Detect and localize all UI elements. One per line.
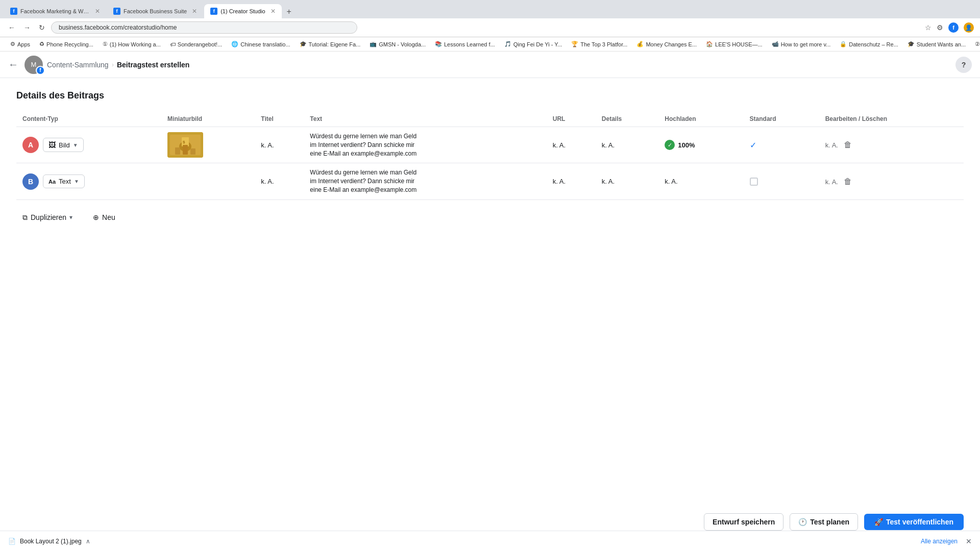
footer-actions: Entwurf speichern 🕐 Test planen 🚀 Test v… bbox=[704, 513, 964, 531]
row-b-standard-checkbox[interactable] bbox=[750, 178, 758, 186]
bookmark-tutorial[interactable]: 🎓 Tutorial: Eigene Fa... bbox=[296, 39, 365, 49]
row-a-check-mark[interactable]: ✓ bbox=[750, 141, 756, 149]
breadcrumb: Content-Sammlung › Beitragstest erstelle… bbox=[47, 61, 189, 69]
row-a-thumbnail-cell: $ bbox=[161, 127, 255, 163]
row-a-type-label: Bild bbox=[59, 141, 70, 149]
bookmark-top3[interactable]: 🏆 The Top 3 Platfor... bbox=[567, 39, 631, 49]
row-a-url-cell: k. A. bbox=[547, 127, 596, 163]
new-button[interactable]: ⊕ Neu bbox=[87, 210, 121, 224]
tab-title-3: (1) Creator Studio bbox=[220, 8, 265, 14]
row-b-thumbnail-cell bbox=[161, 163, 255, 199]
duplicate-dropdown-arrow[interactable]: ▾ bbox=[69, 214, 72, 221]
download-bar: 📄 Book Layout 2 (1).jpeg ∧ Alle anzeigen… bbox=[0, 531, 980, 536]
row-a-check-circle: ✓ bbox=[665, 140, 675, 150]
duplicate-icon: ⧉ bbox=[22, 213, 28, 222]
fb-badge-icon: f bbox=[36, 66, 45, 75]
bookmark-lessons[interactable]: 📚 Lessons Learned f... bbox=[431, 39, 499, 49]
row-b-url-cell: k. A. bbox=[547, 163, 596, 199]
new-tab-button[interactable]: + bbox=[283, 5, 296, 18]
svg-rect-6 bbox=[183, 145, 188, 155]
browser-icons: ☆ ⚙ f 👤 bbox=[925, 22, 974, 33]
table-row: B Aa Text ▼ k. A. Würdest du g bbox=[16, 163, 964, 199]
row-a-actions-cell: k. A. 🗑 bbox=[819, 127, 964, 163]
forward-nav-button[interactable]: → bbox=[21, 22, 33, 33]
row-a-edit-na: k. A. bbox=[825, 141, 838, 149]
tab-title-1: Facebook Marketing & Werb... bbox=[20, 8, 90, 14]
bookmark-phone[interactable]: ♻ Phone Recycling... bbox=[35, 39, 97, 49]
bookmark-2-add[interactable]: ② (2) How To Add A... bbox=[971, 39, 980, 49]
tab-fb-business[interactable]: f Facebook Business Suite ✕ bbox=[107, 4, 203, 18]
row-b-text-cell: Würdest du gerne lernen wie man Geld im … bbox=[304, 163, 546, 199]
breadcrumb-collection: Content-Sammlung bbox=[47, 61, 109, 69]
tab-close-2[interactable]: ✕ bbox=[192, 8, 197, 15]
test-button[interactable]: 🕐 Test planen bbox=[790, 513, 858, 531]
row-a-standard-cell: ✓ bbox=[744, 127, 819, 163]
draft-button[interactable]: Entwurf speichern bbox=[704, 513, 783, 531]
row-a-type-cell-inner: A 🖼 Bild ▼ bbox=[22, 137, 155, 153]
row-a-text-content: Würdest du gerne lernen wie man Geld im … bbox=[310, 132, 422, 158]
back-nav-button[interactable]: ← bbox=[6, 22, 17, 33]
row-a-title-cell: k. A. bbox=[255, 127, 304, 163]
fb-profile-icon[interactable]: f bbox=[948, 22, 959, 33]
duplicate-button[interactable]: ⧉ Duplizieren ▾ bbox=[16, 210, 79, 225]
tab-favicon-3: f bbox=[210, 8, 217, 15]
bookmark-student[interactable]: 🎓 Student Wants an... bbox=[903, 39, 970, 49]
bookmark-qing[interactable]: 🎵 Qing Fei De Yi - Y... bbox=[500, 39, 567, 49]
row-b-content-type-cell: B Aa Text ▼ bbox=[16, 163, 161, 199]
tab-close-3[interactable]: ✕ bbox=[271, 8, 276, 15]
new-label: Neu bbox=[102, 213, 115, 221]
test-label: Test planen bbox=[810, 518, 849, 526]
tab-creator-studio[interactable]: f (1) Creator Studio ✕ bbox=[204, 4, 281, 18]
col-content-type: Content-Typ bbox=[16, 111, 161, 127]
reload-nav-button[interactable]: ↻ bbox=[37, 22, 47, 33]
logo-area: M f bbox=[24, 56, 43, 74]
row-b-dropdown-arrow: ▼ bbox=[74, 179, 79, 184]
bookmark-working[interactable]: ① (1) How Working a... bbox=[99, 39, 165, 49]
row-a-details-cell: k. A. bbox=[596, 127, 658, 163]
bookmark-money[interactable]: 💰 Money Changes E... bbox=[632, 39, 701, 49]
bookmark-lees[interactable]: 🏠 LEE'S HOUSE—... bbox=[702, 39, 767, 49]
row-b-upload-cell: k. A. bbox=[658, 163, 743, 199]
row-b-standard-cell bbox=[744, 163, 819, 199]
address-bar[interactable]: business.facebook.com/creatorstudio/home bbox=[51, 21, 357, 34]
publish-button[interactable]: 🚀 Test veröffentlichen bbox=[864, 514, 964, 530]
bookmark-gmsn[interactable]: 📺 GMSN - Vologda... bbox=[365, 39, 430, 49]
bookmark-star-icon[interactable]: ☆ bbox=[925, 23, 932, 32]
main-content: Details des Beitrags Content-Typ Miniatu… bbox=[0, 78, 980, 237]
col-title: Titel bbox=[255, 111, 304, 127]
row-b-type-cell-inner: B Aa Text ▼ bbox=[22, 173, 155, 190]
row-b-type-label: Text bbox=[59, 178, 71, 185]
row-a-content-type-select[interactable]: 🖼 Bild ▼ bbox=[43, 138, 84, 152]
row-a-upload-status: ✓ 100% bbox=[665, 140, 737, 150]
row-b-delete-button[interactable]: 🗑 bbox=[844, 177, 852, 186]
address-bar-row: ← → ↻ business.facebook.com/creatorstudi… bbox=[0, 18, 980, 37]
row-a-thumbnail-svg: $ bbox=[167, 132, 203, 158]
bookmark-datenschutz[interactable]: 🔒 Datenschutz – Re... bbox=[836, 39, 902, 49]
bookmark-howto[interactable]: 📹 How to get more v... bbox=[768, 39, 835, 49]
help-button[interactable]: ? bbox=[955, 57, 972, 73]
user-profile-icon[interactable]: 👤 bbox=[964, 22, 974, 33]
col-url: URL bbox=[547, 111, 596, 127]
row-a-delete-button[interactable]: 🗑 bbox=[844, 140, 852, 149]
svg-rect-5 bbox=[175, 147, 180, 155]
row-b-title-cell: k. A. bbox=[255, 163, 304, 199]
col-thumbnail: Miniaturbild bbox=[161, 111, 255, 127]
row-b-details-cell: k. A. bbox=[596, 163, 658, 199]
tab-favicon-2: f bbox=[113, 8, 120, 15]
test-clock-icon: 🕐 bbox=[798, 518, 807, 526]
row-b-content-type-select[interactable]: Aa Text ▼ bbox=[43, 174, 85, 188]
publish-rocket-icon: 🚀 bbox=[874, 518, 883, 526]
row-b-label: B bbox=[22, 173, 39, 190]
extensions-icon[interactable]: ⚙ bbox=[937, 23, 943, 32]
row-a-label: A bbox=[22, 137, 39, 153]
bookmark-chinese[interactable]: 🌐 Chinese translatio... bbox=[227, 39, 294, 49]
details-table: Content-Typ Miniaturbild Titel Text URL … bbox=[16, 111, 964, 200]
bookmark-sonder[interactable]: 🏷 Sonderangebot!... bbox=[166, 40, 226, 49]
back-button[interactable]: ← bbox=[8, 59, 18, 70]
tab-close-1[interactable]: ✕ bbox=[95, 8, 100, 15]
tab-fb-marketing[interactable]: f Facebook Marketing & Werb... ✕ bbox=[4, 4, 106, 18]
row-b-actions-cell: k. A. 🗑 bbox=[819, 163, 964, 199]
row-a-upload-cell: ✓ 100% bbox=[658, 127, 743, 163]
bookmark-apps[interactable]: ⚙ Apps bbox=[6, 39, 34, 49]
breadcrumb-current: Beitragstest erstellen bbox=[117, 61, 189, 69]
